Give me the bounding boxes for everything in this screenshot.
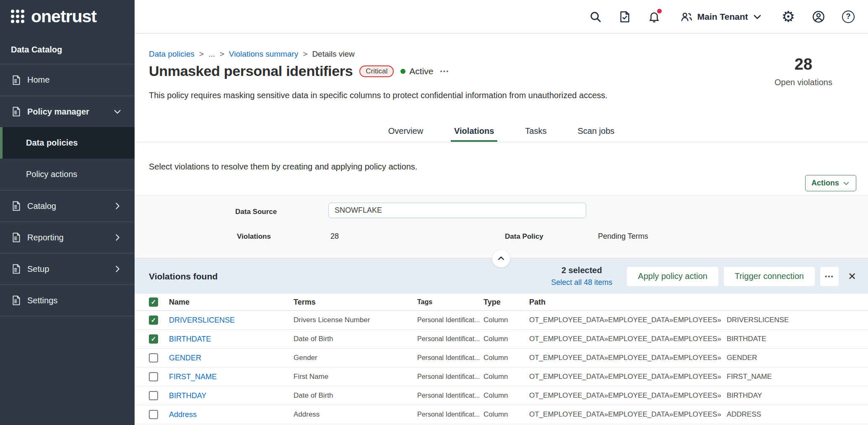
violation-name-link[interactable]: GENDER xyxy=(169,354,201,362)
violation-terms: Gender xyxy=(294,354,417,362)
tab-overview[interactable]: Overview xyxy=(385,120,426,142)
gear-icon[interactable]: ⚙ xyxy=(782,9,795,24)
row-checkbox[interactable] xyxy=(149,353,158,362)
apply-policy-action-button[interactable]: Apply policy action xyxy=(627,267,718,286)
open-violations-label: Open violations xyxy=(757,78,850,87)
violation-name-link[interactable]: Address xyxy=(169,410,197,419)
breadcrumb-current: Details view xyxy=(312,50,354,59)
violation-path-leaf: BIRTHDATE xyxy=(727,335,767,343)
breadcrumb-violations-summary[interactable]: Violations summary xyxy=(229,50,298,59)
chevron-down-icon xyxy=(113,107,122,116)
trigger-connection-button[interactable]: Trigger connection xyxy=(724,267,815,286)
sidebar-item-home[interactable]: Home xyxy=(0,64,135,96)
sidebar-item-reporting[interactable]: Reporting xyxy=(0,222,135,253)
violation-tags: Personal Identificat... xyxy=(417,392,483,399)
breadcrumb-ellipsis[interactable]: ... xyxy=(208,50,215,59)
violation-path-prefix: OT_EMPLOYEE_DATA»EMPLOYEE_DATA»EMPLOYEES… xyxy=(529,410,721,418)
violation-type: Column xyxy=(483,373,529,381)
chevron-up-icon xyxy=(497,254,505,263)
violation-name-link[interactable]: BIRTHDATE xyxy=(169,335,211,343)
violation-type: Column xyxy=(483,410,529,419)
sidebar-item-policy-actions[interactable]: Policy actions xyxy=(0,159,135,190)
row-checkbox[interactable] xyxy=(149,391,158,400)
panel-more-menu-icon[interactable]: ••• xyxy=(820,267,839,286)
table-row: BIRTHDAY Date of Birth Personal Identifi… xyxy=(135,386,868,405)
actions-button[interactable]: Actions xyxy=(805,175,856,191)
tenant-switcher[interactable]: Main Tenant xyxy=(680,10,762,23)
logo[interactable]: onetrust xyxy=(0,0,135,33)
violation-name-link[interactable]: DRIVERSLICENSE xyxy=(169,316,235,324)
sidebar-item-policy-manager[interactable]: Policy manager xyxy=(0,96,135,127)
chevron-right-icon xyxy=(113,233,122,242)
row-checkbox[interactable] xyxy=(149,410,158,419)
sidebar-item-label: Policy manager xyxy=(27,107,89,117)
data-source-input[interactable] xyxy=(328,203,586,218)
help-icon[interactable]: ? xyxy=(842,10,855,23)
actions-button-label: Actions xyxy=(811,179,839,188)
search-icon[interactable] xyxy=(589,10,602,23)
product-label: Data Catalog xyxy=(0,33,135,64)
violation-terms: Date of Birth xyxy=(294,335,417,343)
table-header-row: Name Terms Tags Type Path xyxy=(135,294,868,311)
violations-table-body: DRIVERSLICENSE Drivers License Number Pe… xyxy=(135,311,868,424)
sidebar-item-label: Reporting xyxy=(27,233,64,242)
data-policy-label: Data Policy xyxy=(505,232,543,241)
sidebar-item-settings[interactable]: Settings xyxy=(0,284,135,316)
open-violations-count: 28 xyxy=(757,55,850,73)
sidebar-item-label: Data policies xyxy=(26,138,78,148)
violation-path: OT_EMPLOYEE_DATA»EMPLOYEE_DATA»EMPLOYEES… xyxy=(529,410,868,419)
violation-terms: Drivers License Number xyxy=(294,316,417,324)
sidebar-item-catalog[interactable]: Catalog xyxy=(0,190,135,222)
violation-tags: Personal Identificat... xyxy=(417,411,483,418)
violations-table: Name Terms Tags Type Path DRIVERSLICENSE… xyxy=(135,294,868,424)
select-all-checkbox[interactable] xyxy=(149,297,158,307)
sidebar-item-data-policies[interactable]: Data policies xyxy=(0,127,135,159)
row-checkbox[interactable] xyxy=(149,372,158,381)
violation-path-leaf: DRIVERSLICENSE xyxy=(727,316,789,324)
title-more-menu-icon[interactable]: ••• xyxy=(440,68,449,75)
severity-badge: Critical xyxy=(359,65,394,77)
sidebar-item-label: Setup xyxy=(27,264,49,274)
document-icon xyxy=(11,232,22,243)
close-icon[interactable]: ✕ xyxy=(848,271,856,282)
violation-path-prefix: OT_EMPLOYEE_DATA»EMPLOYEE_DATA»EMPLOYEES… xyxy=(529,316,721,324)
document-icon xyxy=(11,106,22,117)
selected-count: 2 selected xyxy=(551,266,612,275)
sidebar-item-label: Settings xyxy=(27,296,57,305)
violation-name-link[interactable]: FIRST_NAME xyxy=(169,373,217,381)
document-icon xyxy=(11,75,22,86)
notifications-bell-icon[interactable] xyxy=(648,10,660,23)
select-all-link[interactable]: Select all 48 items xyxy=(551,278,612,287)
violation-path-leaf: FIRST_NAME xyxy=(727,373,772,381)
violation-name-link[interactable]: BIRTHDAY xyxy=(169,391,206,400)
breadcrumb-separator xyxy=(220,50,224,59)
violation-type: Column xyxy=(483,354,529,362)
collapse-section-button[interactable] xyxy=(492,249,510,268)
row-checkbox[interactable] xyxy=(149,334,158,344)
chevron-down-icon xyxy=(842,180,850,187)
document-check-icon[interactable] xyxy=(619,10,631,23)
violation-path: OT_EMPLOYEE_DATA»EMPLOYEE_DATA»EMPLOYEES… xyxy=(529,391,868,400)
document-icon xyxy=(11,201,22,211)
breadcrumb-separator xyxy=(303,50,307,59)
document-icon xyxy=(11,295,22,306)
row-checkbox[interactable] xyxy=(149,315,158,325)
sidebar-item-label: Home xyxy=(27,75,49,85)
tab-scan-jobs[interactable]: Scan jobs xyxy=(574,120,618,142)
sidebar-item-label: Policy actions xyxy=(26,169,77,179)
violation-path: OT_EMPLOYEE_DATA»EMPLOYEE_DATA»EMPLOYEES… xyxy=(529,354,868,362)
chevron-right-icon xyxy=(113,201,122,211)
main-content: Data policies ... Violations summary Det… xyxy=(135,34,868,425)
column-header-name: Name xyxy=(169,298,294,307)
violations-instruction: Select violations to resolve them by cre… xyxy=(149,162,417,172)
breadcrumb-data-policies[interactable]: Data policies xyxy=(149,50,195,59)
table-row: GENDER Gender Personal Identificat... Co… xyxy=(135,349,868,368)
status-badge: Active xyxy=(400,66,433,76)
account-icon[interactable] xyxy=(812,10,825,23)
violation-tags: Personal Identificat... xyxy=(417,316,483,324)
tab-tasks[interactable]: Tasks xyxy=(522,120,550,142)
app-window: onetrust Data Catalog Home Policy manage… xyxy=(0,0,868,425)
sidebar-item-setup[interactable]: Setup xyxy=(0,253,135,284)
people-icon xyxy=(680,10,693,23)
tab-violations[interactable]: Violations xyxy=(451,120,497,142)
